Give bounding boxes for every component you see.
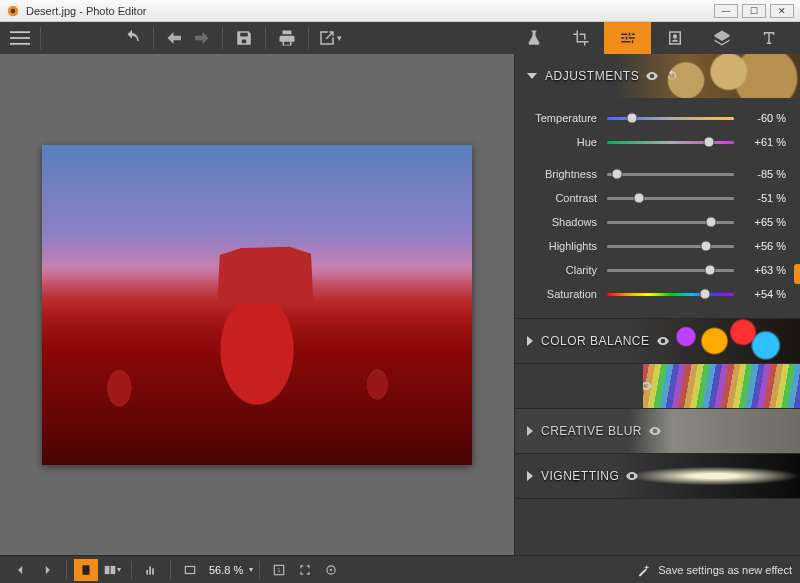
slider-track[interactable] — [607, 240, 734, 252]
visibility-icon[interactable] — [648, 424, 662, 438]
tab-portrait[interactable] — [651, 22, 698, 54]
chevron-right-icon — [527, 381, 533, 391]
svg-point-1 — [11, 8, 15, 12]
svg-rect-3 — [10, 37, 30, 39]
tab-lab[interactable] — [510, 22, 557, 54]
slider-track[interactable] — [607, 192, 734, 204]
bottom-toolbar: ▾ 56.8 % ▾ 1 Save settings as new effect — [0, 555, 800, 583]
slider-value: -51 % — [742, 192, 786, 204]
slider-thumb[interactable] — [706, 217, 717, 228]
slider-thumb[interactable] — [704, 265, 715, 276]
slider-label: Saturation — [525, 288, 597, 300]
prev-image-button[interactable] — [9, 559, 33, 581]
slider-track[interactable] — [607, 288, 734, 300]
section-vignetting: VIGNETTING — [515, 454, 800, 499]
section-title: CREATIVE BLUR — [541, 424, 642, 438]
slider-value: -60 % — [742, 112, 786, 124]
visibility-icon[interactable] — [639, 379, 653, 393]
slider-thumb[interactable] — [699, 289, 710, 300]
slider-temperature: Temperature-60 % — [525, 106, 786, 130]
panel-collapse-handle[interactable] — [794, 264, 800, 284]
forward-button[interactable] — [188, 25, 214, 51]
next-image-button[interactable] — [35, 559, 59, 581]
histogram-button[interactable] — [139, 559, 163, 581]
canvas-area[interactable] — [0, 54, 514, 555]
slider-thumb[interactable] — [627, 113, 638, 124]
slider-track[interactable] — [607, 112, 734, 124]
zoom-actual-button[interactable]: 1 — [267, 559, 291, 581]
section-creative-blur: CREATIVE BLUR — [515, 409, 800, 454]
menu-button[interactable] — [8, 26, 32, 50]
slider-brightness: Brightness-85 % — [525, 162, 786, 186]
export-button[interactable]: ▾ — [317, 25, 343, 51]
svg-rect-11 — [185, 566, 194, 573]
slider-track[interactable] — [607, 264, 734, 276]
slider-label: Contrast — [525, 192, 597, 204]
single-view-button[interactable] — [74, 559, 98, 581]
back-button[interactable] — [162, 25, 188, 51]
save-button[interactable] — [231, 25, 257, 51]
slider-label: Shadows — [525, 216, 597, 228]
save-as-effect-button[interactable]: Save settings as new effect — [636, 562, 792, 578]
slider-thumb[interactable] — [701, 241, 712, 252]
tab-text[interactable] — [745, 22, 792, 54]
window-minimize-button[interactable]: — — [714, 4, 738, 18]
slider-shadows: Shadows+65 % — [525, 210, 786, 234]
slider-label: Clarity — [525, 264, 597, 276]
section-header[interactable]: COLOR BALANCE — [515, 319, 800, 363]
section-header[interactable]: CREATIVE BLUR — [515, 409, 800, 453]
section-header[interactable]: VIGNETTING — [515, 454, 800, 498]
chevron-right-icon — [527, 471, 533, 481]
slider-contrast: Contrast-51 % — [525, 186, 786, 210]
svg-rect-5 — [83, 565, 90, 574]
visibility-icon[interactable] — [645, 69, 659, 83]
save-as-effect-label: Save settings as new effect — [658, 564, 792, 576]
tab-layers[interactable] — [698, 22, 745, 54]
slider-label: Highlights — [525, 240, 597, 252]
slider-track[interactable] — [607, 216, 734, 228]
pan-tool-button[interactable] — [319, 559, 343, 581]
slider-track[interactable] — [607, 136, 734, 148]
slider-thumb[interactable] — [703, 137, 714, 148]
svg-rect-10 — [152, 568, 154, 574]
svg-rect-7 — [111, 565, 116, 573]
zoom-level[interactable]: 56.8 % — [209, 564, 243, 576]
slider-value: -85 % — [742, 168, 786, 180]
chevron-right-icon — [527, 336, 533, 346]
slider-value: +54 % — [742, 288, 786, 300]
window-maximize-button[interactable]: ☐ — [742, 4, 766, 18]
svg-point-15 — [330, 568, 332, 570]
chevron-right-icon — [527, 426, 533, 436]
section-header[interactable]: TONE CURVES — [515, 364, 800, 408]
section-adjustments: ADJUSTMENTS Temperature-60 %Hue+61 %Brig… — [515, 54, 800, 319]
compare-view-button[interactable]: ▾ — [100, 559, 124, 581]
window-close-button[interactable]: ✕ — [770, 4, 794, 18]
reset-icon[interactable] — [665, 69, 679, 83]
slider-label: Hue — [525, 136, 597, 148]
section-title: VIGNETTING — [541, 469, 619, 483]
slider-track[interactable] — [607, 168, 734, 180]
zoom-dropdown-icon[interactable]: ▾ — [249, 565, 253, 574]
tab-crop[interactable] — [557, 22, 604, 54]
slider-value: +61 % — [742, 136, 786, 148]
section-title: TONE CURVES — [541, 379, 633, 393]
slider-thumb[interactable] — [612, 169, 623, 180]
visibility-icon[interactable] — [656, 334, 670, 348]
zoom-fit-button[interactable] — [293, 559, 317, 581]
panel-tabs — [510, 22, 792, 54]
tab-adjust[interactable] — [604, 22, 651, 54]
visibility-icon[interactable] — [625, 469, 639, 483]
slider-thumb[interactable] — [633, 193, 644, 204]
slider-label: Brightness — [525, 168, 597, 180]
chevron-down-icon — [527, 73, 537, 79]
svg-rect-6 — [105, 565, 110, 573]
adjustments-body: Temperature-60 %Hue+61 %Brightness-85 %C… — [515, 98, 800, 318]
fit-screen-button[interactable] — [178, 559, 202, 581]
section-color-balance: COLOR BALANCE — [515, 319, 800, 364]
undo-button[interactable] — [119, 25, 145, 51]
slider-hue: Hue+61 % — [525, 130, 786, 154]
section-adjustments-title: ADJUSTMENTS — [545, 69, 639, 83]
section-adjustments-header[interactable]: ADJUSTMENTS — [515, 54, 800, 98]
print-button[interactable] — [274, 25, 300, 51]
section-title: COLOR BALANCE — [541, 334, 650, 348]
